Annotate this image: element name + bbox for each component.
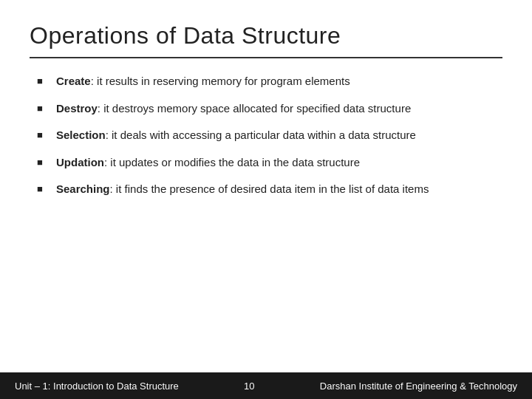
bullet-icon-updation: ■ — [37, 155, 50, 170]
bullet-term-create: Create — [56, 75, 91, 87]
footer-page-number: 10 — [244, 381, 254, 392]
bullet-term-updation: Updation — [56, 156, 104, 168]
bullet-term-searching: Searching — [56, 183, 110, 195]
bullet-text-updation: Updation: it updates or modifies the dat… — [56, 154, 495, 171]
bullet-term-destroy: Destroy — [56, 102, 98, 115]
bullet-term-selection: Selection — [56, 129, 106, 141]
bullet-item-destroy: ■ Destroy: it destroys memory space allo… — [37, 100, 495, 117]
content-section: ■ Create: it results in reserving memory… — [30, 73, 502, 399]
bullet-item-searching: ■ Searching: it finds the presence of de… — [37, 181, 495, 198]
footer-right-text: Darshan Institute of Engineering & Techn… — [320, 381, 517, 392]
bullet-item-updation: ■ Updation: it updates or modifies the d… — [37, 154, 495, 171]
bullet-icon-searching: ■ — [37, 182, 50, 197]
title-section: Operations of Data Structure — [30, 22, 502, 58]
footer: Unit – 1: Introduction to Data Structure… — [0, 372, 532, 399]
bullet-icon-destroy: ■ — [37, 101, 50, 116]
slide-title: Operations of Data Structure — [30, 22, 502, 50]
bullet-text-destroy: Destroy: it destroys memory space alloca… — [56, 100, 495, 117]
bullet-item-selection: ■ Selection: it deals with accessing a p… — [37, 127, 495, 144]
slide-container: Operations of Data Structure ■ Create: i… — [0, 0, 532, 399]
bullet-icon-selection: ■ — [37, 128, 50, 143]
bullet-icon-create: ■ — [37, 74, 50, 89]
bullet-text-create: Create: it results in reserving memory f… — [56, 73, 495, 90]
bullet-item-create: ■ Create: it results in reserving memory… — [37, 73, 495, 90]
bullet-text-selection: Selection: it deals with accessing a par… — [56, 127, 495, 144]
footer-left-text: Unit – 1: Introduction to Data Structure — [15, 381, 179, 392]
bullet-text-searching: Searching: it finds the presence of desi… — [56, 181, 495, 198]
